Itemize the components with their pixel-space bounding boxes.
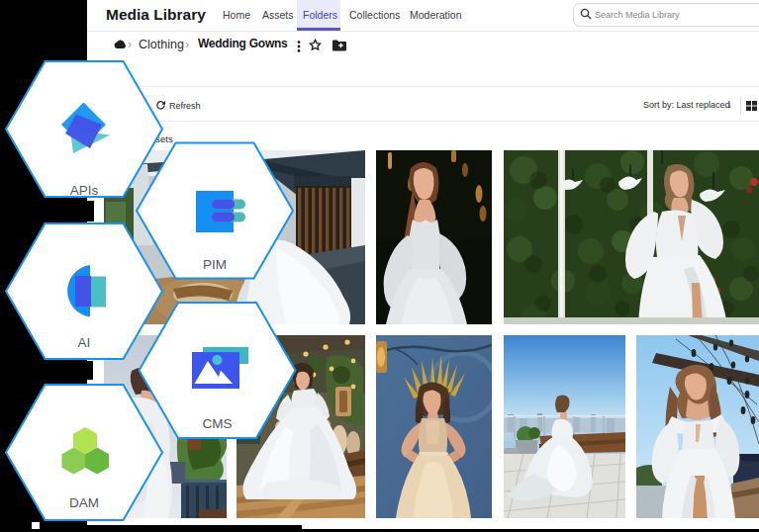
svg-text:DAM: DAM xyxy=(69,495,99,510)
svg-text:AI: AI xyxy=(78,335,91,350)
svg-text:APIs: APIs xyxy=(70,183,99,198)
svg-text:PIM: PIM xyxy=(203,257,227,272)
svg-text:CMS: CMS xyxy=(203,416,233,431)
